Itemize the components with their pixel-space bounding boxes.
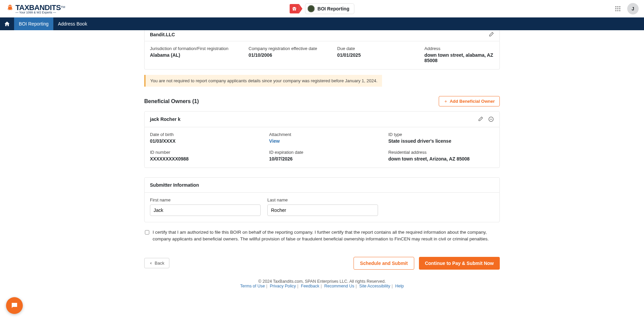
treasury-seal-icon — [308, 5, 315, 12]
topbar-right: J — [614, 3, 639, 14]
continue-pay-submit-button[interactable]: Continue to Pay & Submit Now — [419, 257, 500, 270]
svg-point-5 — [619, 8, 620, 9]
svg-point-6 — [615, 10, 616, 11]
owl-icon — [5, 4, 15, 13]
footer-link-recommend[interactable]: Recommend Us — [324, 284, 355, 288]
idtype-value: State issued driver's license — [388, 138, 494, 144]
schedule-submit-button[interactable]: Schedule and Submit — [354, 257, 414, 270]
continue-label: Continue to Pay & Submit Now — [425, 261, 494, 266]
svg-point-3 — [615, 8, 616, 9]
remove-owner-button[interactable] — [488, 116, 494, 122]
action-row: Back Schedule and Submit Continue to Pay… — [144, 257, 500, 270]
chevron-left-icon — [149, 262, 153, 265]
notice-text: You are not required to report company a… — [150, 78, 377, 83]
company-name: Bandit.LLC — [150, 32, 175, 37]
back-label: Back — [155, 261, 164, 266]
svg-point-1 — [617, 6, 618, 7]
schedule-label: Schedule and Submit — [360, 261, 408, 266]
brand-logo[interactable]: TAXBANDITSTM — Your 1099 & W2 Experts — — [5, 3, 65, 14]
footer-link-accessibility[interactable]: Site Accessibility — [359, 284, 390, 288]
idnum-label: ID number — [150, 150, 256, 155]
eff-date-label: Company registration effective date — [249, 46, 317, 51]
add-beneficial-owner-button[interactable]: Add Beneficial Owner — [439, 96, 500, 106]
first-name-label: First name — [150, 197, 261, 202]
last-name-input[interactable] — [267, 204, 378, 216]
dob-value: 01/03/XXXX — [150, 138, 256, 144]
edit-owner-button[interactable] — [477, 116, 483, 122]
avatar[interactable]: J — [627, 3, 639, 14]
owner-card: jack Rocher k Date of birth 01/03/XXXX A… — [144, 111, 500, 168]
nav-address-book[interactable]: Address Book — [53, 17, 92, 30]
edit-company-button[interactable] — [488, 32, 494, 38]
attachment-label: Attachment — [269, 132, 375, 137]
owners-section-title: Beneficial Owners (1) — [144, 98, 199, 104]
gift-flag[interactable] — [290, 4, 303, 13]
idexp-label: ID expiration date — [269, 150, 375, 155]
apps-grid-icon[interactable] — [614, 5, 621, 12]
footer-link-terms[interactable]: Terms of Use — [240, 284, 265, 288]
due-date-label: Due date — [337, 46, 404, 51]
eff-date-value: 01/10/2006 — [249, 52, 317, 58]
svg-point-4 — [617, 8, 618, 9]
brand-name: TAXBANDITS — [15, 3, 61, 12]
avatar-initial: J — [632, 6, 634, 11]
res-addr-value: down town street, Arizona, AZ 85008 — [388, 156, 494, 162]
footer-link-help[interactable]: Help — [395, 284, 404, 288]
due-date-value: 01/01/2025 — [337, 52, 404, 58]
footer: © 2024 TaxBandits.com, SPAN Enterprises … — [144, 276, 500, 295]
svg-point-0 — [615, 6, 616, 7]
nav-item-label: Address Book — [58, 21, 87, 27]
boi-pill-label: BOI Reporting — [318, 6, 350, 11]
chat-fab[interactable] — [6, 297, 23, 301]
plus-icon — [444, 99, 448, 103]
idnum-value: XXXXXXXXX0988 — [150, 156, 256, 162]
first-name-input[interactable] — [150, 204, 261, 216]
jurisdiction-label: Jurisdiction of formation/First registra… — [150, 46, 228, 51]
nav-item-label: BOI Reporting — [19, 21, 49, 27]
home-icon — [4, 21, 10, 27]
topbar-center: BOI Reporting — [290, 3, 355, 14]
boi-reporting-pill[interactable]: BOI Reporting — [305, 3, 355, 14]
gift-icon — [292, 6, 297, 11]
owners-section-header: Beneficial Owners (1) Add Beneficial Own… — [144, 96, 500, 106]
address-label: Address — [424, 46, 494, 51]
add-owner-label: Add Beneficial Owner — [450, 99, 495, 104]
svg-point-7 — [617, 10, 618, 11]
submitter-title: Submitter Information — [150, 182, 199, 188]
last-name-label: Last name — [267, 197, 378, 202]
view-attachment-link[interactable]: View — [269, 138, 375, 144]
idtype-label: ID type — [388, 132, 494, 137]
svg-point-8 — [619, 10, 620, 11]
nav-boi-reporting[interactable]: BOI Reporting — [14, 17, 53, 30]
brand-trademark: TM — [61, 5, 65, 9]
page-content: Bandit.LLC Jurisdiction of formation/Fir… — [144, 30, 500, 301]
idexp-value: 10/07/2026 — [269, 156, 375, 162]
back-button[interactable]: Back — [144, 258, 169, 268]
jurisdiction-value: Alabama (AL) — [150, 52, 228, 58]
company-card: Bandit.LLC Jurisdiction of formation/Fir… — [144, 30, 500, 70]
footer-link-feedback[interactable]: Feedback — [301, 284, 319, 288]
dob-label: Date of birth — [150, 132, 256, 137]
footer-copyright: © 2024 TaxBandits.com, SPAN Enterprises … — [144, 279, 500, 284]
res-addr-label: Residential address — [388, 150, 494, 155]
certification-checkbox[interactable] — [145, 230, 149, 235]
svg-point-2 — [619, 6, 620, 7]
applicants-notice: You are not required to report company a… — [144, 75, 382, 87]
owner-name: jack Rocher k — [150, 117, 180, 122]
submitter-card: Submitter Information First name Last na… — [144, 177, 500, 222]
main-nav: BOI Reporting Address Book — [0, 17, 644, 30]
footer-link-privacy[interactable]: Privacy Policy — [270, 284, 296, 288]
nav-home-button[interactable] — [0, 17, 14, 30]
address-value: down town street, alabama, AZ 85008 — [424, 52, 494, 63]
certification-row: I certify that I am authorized to file t… — [144, 229, 500, 243]
topbar: TAXBANDITSTM — Your 1099 & W2 Experts — … — [0, 0, 644, 17]
certification-text: I certify that I am authorized to file t… — [153, 229, 499, 243]
